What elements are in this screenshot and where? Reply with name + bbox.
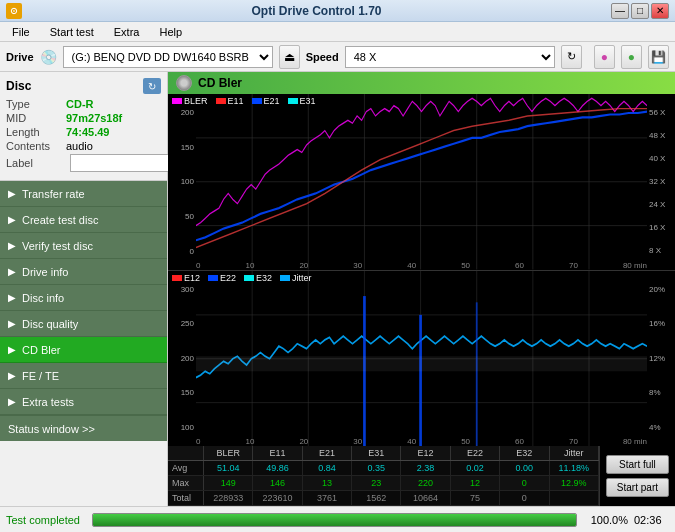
statusbar: Test completed 100.0% 02:36 [0,506,675,532]
legend-e32: E32 [244,273,272,283]
sidebar-menu: ▶ Transfer rate ▶ Create test disc ▶ Ver… [0,181,167,506]
chart1-legend: BLER E11 E21 E31 [172,96,316,106]
status-text: Test completed [6,514,86,526]
progress-bar-container [92,513,577,527]
charts-container: BLER E11 E21 E31 [168,94,675,446]
menu-start-test[interactable]: Start test [42,24,102,40]
length-key: Length [6,126,66,138]
legend-e32-label: E32 [256,273,272,283]
total-e22: 75 [451,491,500,505]
svg-rect-23 [196,356,647,371]
status-window-label: Status window >> [8,423,95,435]
avg-e12: 2.38 [401,461,450,475]
sidebar-item-extra-tests[interactable]: ▶ Extra tests [0,389,167,415]
chart1-y-axis-right: 56 X 48 X 40 X 32 X 24 X 16 X 8 X [647,108,675,256]
sidebar-label-drive-info: Drive info [22,266,68,278]
speed-select[interactable]: 48 X 40 X 32 X 24 X [345,46,555,68]
sidebar-item-verify-test-disc[interactable]: ▶ Verify test disc [0,233,167,259]
max-e11: 146 [253,476,302,490]
sidebar-label-transfer-rate: Transfer rate [22,188,85,200]
stats-table-wrapper: BLER E11 E21 E31 E12 E22 E32 Jitter Avg … [168,446,599,506]
sidebar-item-disc-quality[interactable]: ▶ Disc quality [0,311,167,337]
legend-bler-label: BLER [184,96,208,106]
chart1-x-axis: 01020304050607080 min [196,261,647,270]
total-e31: 1562 [352,491,401,505]
legend-jitter-label: Jitter [292,273,312,283]
legend-e11-label: E11 [228,96,244,106]
menu-help[interactable]: Help [151,24,190,40]
legend-e22: E22 [208,273,236,283]
menu-file[interactable]: File [4,24,38,40]
length-value: 74:45.49 [66,126,109,138]
legend-e21: E21 [252,96,280,106]
eject-button[interactable]: ⏏ [279,45,300,69]
close-button[interactable]: ✕ [651,3,669,19]
start-part-button[interactable]: Start part [606,478,669,497]
start-full-button[interactable]: Start full [606,455,669,474]
max-e22: 12 [451,476,500,490]
drive-label: Drive [6,51,34,63]
extra-tests-icon: ▶ [8,396,16,407]
status-window-button[interactable]: Status window >> [0,415,167,441]
disc-pink-button[interactable]: ● [594,45,615,69]
legend-jitter: Jitter [280,273,312,283]
disc-section-title: Disc [6,79,31,93]
sidebar-item-fe-te[interactable]: ▶ FE / TE [0,363,167,389]
disc-green-button[interactable]: ● [621,45,642,69]
chart1-svg [196,94,647,270]
sidebar-item-transfer-rate[interactable]: ▶ Transfer rate [0,181,167,207]
col-header-e31: E31 [352,446,401,460]
refresh-button[interactable]: ↻ [561,45,582,69]
minimize-button[interactable]: — [611,3,629,19]
total-label: Total [168,491,204,505]
col-header-e21: E21 [303,446,352,460]
max-bler: 149 [204,476,253,490]
mid-value: 97m27s18f [66,112,122,124]
menubar: File Start test Extra Help [0,22,675,42]
app-title: Opti Drive Control 1.70 [22,4,611,18]
contents-key: Contents [6,140,66,152]
avg-e11: 49.86 [253,461,302,475]
sidebar-label-disc-quality: Disc quality [22,318,78,330]
drive-info-icon: ▶ [8,266,16,277]
chart-title-bar: CD Bler [168,72,675,94]
mid-key: MID [6,112,66,124]
sidebar-item-cd-bler[interactable]: ▶ CD Bler [0,337,167,363]
maximize-button[interactable]: □ [631,3,649,19]
chart2-area: E12 E22 E32 Jitter [168,271,675,447]
stats-buttons: Start full Start part [599,446,675,506]
total-e21: 3761 [303,491,352,505]
max-e21: 13 [303,476,352,490]
disc-quality-icon: ▶ [8,318,16,329]
sidebar-item-drive-info[interactable]: ▶ Drive info [0,259,167,285]
sidebar-label-extra-tests: Extra tests [22,396,74,408]
avg-e32: 0.00 [500,461,549,475]
chart-title-label: CD Bler [198,76,242,90]
sidebar-label-fe-te: FE / TE [22,370,59,382]
legend-e12: E12 [172,273,200,283]
col-header-e12: E12 [401,446,450,460]
sidebar-label-verify-test-disc: Verify test disc [22,240,93,252]
fe-te-icon: ▶ [8,370,16,381]
avg-e21: 0.84 [303,461,352,475]
max-jitter: 12.9% [550,476,599,490]
app-icon: ⊙ [6,3,22,19]
label-key: Label [6,157,66,169]
progress-label: 100.0% [583,514,628,526]
window-controls: — □ ✕ [611,3,669,19]
avg-e31: 0.35 [352,461,401,475]
sidebar-item-disc-info[interactable]: ▶ Disc info [0,285,167,311]
create-test-disc-icon: ▶ [8,214,16,225]
save-button[interactable]: 💾 [648,45,669,69]
chart2-y-axis-right: 20% 16% 12% 8% 4% [647,285,675,433]
sidebar-item-create-test-disc[interactable]: ▶ Create test disc [0,207,167,233]
disc-info-section: Disc ↻ Type CD-R MID 97m27s18f Length 74… [0,72,167,181]
chart2-y-axis: 300 250 200 150 100 [168,285,196,433]
col-header-e32: E32 [500,446,549,460]
disc-refresh-button[interactable]: ↻ [143,78,161,94]
drive-select[interactable]: (G:) BENQ DVD DD DW1640 BSRB [63,46,273,68]
stats-section: BLER E11 E21 E31 E12 E22 E32 Jitter Avg … [168,446,675,506]
drivebar: Drive 💿 (G:) BENQ DVD DD DW1640 BSRB ⏏ S… [0,42,675,72]
avg-bler: 51.04 [204,461,253,475]
menu-extra[interactable]: Extra [106,24,148,40]
